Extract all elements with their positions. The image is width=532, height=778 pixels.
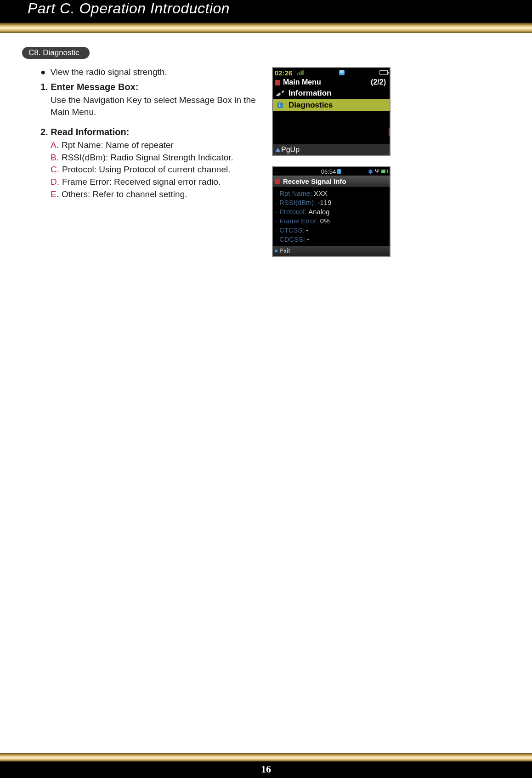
screen-title: Main Menu <box>283 78 321 86</box>
info-value: XXX <box>314 190 328 197</box>
item-letter: B. <box>51 152 59 164</box>
softkey-label: PgUp <box>281 146 300 154</box>
info-key: Rpt Name: <box>279 190 312 197</box>
status-time: 06:54 <box>321 168 336 175</box>
intro-text: View the radio signal strength. <box>50 67 167 77</box>
section-pill: C8. Diagnostic <box>22 47 90 59</box>
step-2-title: 2. Read Information: <box>40 127 261 137</box>
page-number: 16 <box>261 763 271 775</box>
header-banner: Part C. Operation Introduction <box>0 0 532 33</box>
footer-banner: 16 <box>0 753 532 778</box>
screen-title-bar: Main Menu (2/2) <box>273 77 390 87</box>
info-value: - <box>307 236 309 243</box>
screen-title: Receive Signal Info <box>283 177 346 185</box>
step-2-item-b: B. RSSI(dBm): Radio Signal Strength Indi… <box>51 152 261 164</box>
user-icon <box>337 169 341 174</box>
intro-bullet: ● View the radio signal strength. <box>40 67 261 77</box>
bullet-icon: · <box>276 227 277 234</box>
globe-icon <box>276 101 285 109</box>
info-key: CTCSS: <box>279 227 304 234</box>
user-icon <box>339 70 345 75</box>
info-line-cdcss: · CDCSS: - <box>274 235 389 244</box>
status-time: 02:26 <box>275 69 292 77</box>
softkey-dot-icon <box>275 250 277 252</box>
bluetooth-icon: ✱ <box>368 168 373 175</box>
info-key: CDCSS: <box>279 236 305 243</box>
battery-icon <box>381 170 388 173</box>
signal-icon <box>297 70 304 75</box>
info-value: -119 <box>318 199 332 206</box>
info-key: RSSI(dBm): <box>279 199 316 206</box>
info-line-frame-error: · Frame Error: 0% <box>274 216 389 226</box>
softkey-bar[interactable]: PgUp <box>273 144 390 155</box>
info-line-protocol: · Protocol: Analog <box>274 207 389 216</box>
step-2-item-a: A. Rpt Name: Name of repeater <box>51 139 261 152</box>
menu-item-diagnostics[interactable]: Diagnostics <box>273 99 390 111</box>
title-square-icon <box>275 80 280 85</box>
info-key: Frame Error: <box>279 217 318 225</box>
bullet-icon: · <box>276 199 277 206</box>
step-1: 1. Enter Message Box: Use the Navigation… <box>40 82 261 118</box>
item-text: RSSI(dBm): Radio Signal Strength Indicat… <box>62 152 233 164</box>
item-text: Protocol: Using Protocol of current chan… <box>62 164 230 176</box>
softkey-label: Exit <box>279 247 290 255</box>
menu-item-label: Diagnostics <box>289 101 333 110</box>
info-line-rpt-name: · Rpt Name: XXX <box>274 189 389 198</box>
page-title: Part C. Operation Introduction <box>28 0 230 17</box>
info-line-ctcss: · CTCSS: - <box>274 226 389 235</box>
step-2-item-d: D. Frame Error: Received signal error ra… <box>51 176 261 188</box>
usb-icon: Ψ <box>375 168 379 175</box>
info-value: 0% <box>320 217 330 225</box>
bullet-icon: ● <box>40 68 45 76</box>
title-square-icon <box>275 179 280 184</box>
item-text: Others: Refer to channel setting. <box>62 188 187 201</box>
bullet-icon: · <box>276 208 277 216</box>
step-1-title: 1. Enter Message Box: <box>40 82 261 92</box>
item-letter: C. <box>51 164 59 176</box>
info-key: Protocol: <box>279 208 306 216</box>
item-letter: E. <box>51 188 59 201</box>
step-2: 2. Read Information: A. Rpt Name: Name o… <box>40 127 261 200</box>
item-letter: D. <box>51 176 59 188</box>
item-text: Frame Error: Received signal error radio… <box>62 176 221 188</box>
menu-blank-area <box>273 111 390 144</box>
device-screenshot-main-menu: 02:26 Main Menu (2/2) Information <box>272 67 391 156</box>
bullet-icon: · <box>276 217 277 225</box>
page-indicator: (2/2) <box>371 78 386 86</box>
status-bar: 02:26 <box>273 68 390 77</box>
softkey-bar[interactable]: Exit <box>273 246 390 256</box>
up-triangle-icon <box>276 148 280 152</box>
status-dots: .... <box>275 169 282 174</box>
info-value: - <box>306 227 309 234</box>
status-bar: .... 06:54 ✱ Ψ <box>273 167 390 176</box>
bullet-icon: · <box>276 236 277 243</box>
step-2-item-e: E. Others: Refer to channel setting. <box>51 188 261 201</box>
bullet-icon: · <box>276 190 277 197</box>
menu-item-label: Information <box>289 89 332 98</box>
step-2-item-c: C. Protocol: Using Protocol of current c… <box>51 164 261 176</box>
menu-item-information[interactable]: Information <box>273 87 390 99</box>
step-1-body: Use the Navigation Key to select Message… <box>51 94 261 118</box>
screen-title-bar: Receive Signal Info <box>273 176 390 187</box>
battery-icon <box>379 70 388 75</box>
info-value: Analog <box>308 208 329 216</box>
device-screenshot-signal-info: .... 06:54 ✱ Ψ Receive Signal Info · <box>272 166 391 257</box>
tools-icon <box>276 89 285 97</box>
item-letter: A. <box>51 139 59 152</box>
info-line-rssi: · RSSI(dBm): -119 <box>274 198 389 207</box>
item-text: Rpt Name: Name of repeater <box>62 139 174 152</box>
